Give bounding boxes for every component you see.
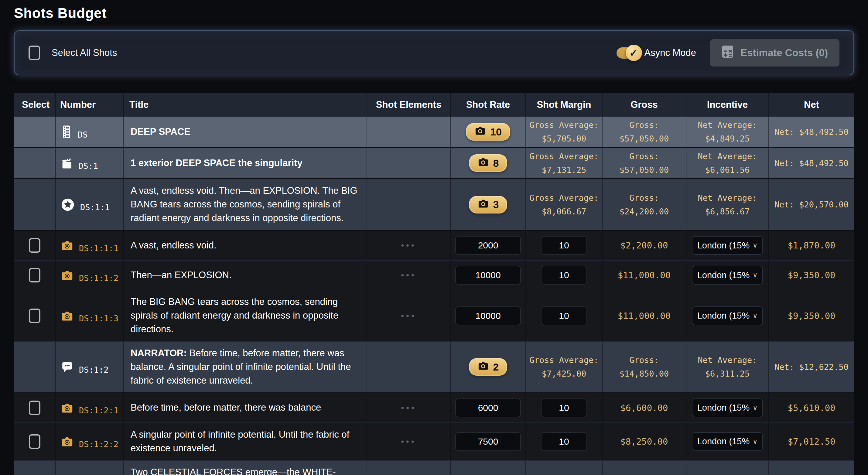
number-cell: DS:1:1:3 — [56, 290, 124, 341]
shot-elements-cell: ••• — [367, 423, 451, 460]
incentive-cell: London (15%∨ — [686, 231, 769, 260]
shot-rate-input[interactable] — [455, 307, 521, 325]
shot-rate-input[interactable] — [455, 236, 521, 255]
shot-margin-input[interactable] — [541, 399, 587, 417]
net-value: Net: $48,492.50 — [771, 159, 851, 168]
chevron-down-icon: ∨ — [752, 404, 757, 412]
row-checkbox[interactable] — [29, 309, 40, 323]
net-average-cell: Net Average:$5,100.00 — [686, 461, 769, 475]
shot-rate-input[interactable] — [455, 266, 521, 285]
row-checkbox[interactable] — [29, 401, 40, 415]
clapperboard-icon — [61, 156, 73, 170]
shot-rate-cell — [451, 393, 526, 422]
select-cell — [14, 261, 56, 290]
shot-rate-cell — [451, 290, 526, 341]
page-title: Shots Budget — [14, 5, 868, 21]
estimate-costs-label: Estimate Costs (0) — [740, 47, 828, 59]
gross-average-cell: Gross Average:$7,131.25 — [526, 148, 602, 178]
net-value: Net: $20,570.00 — [771, 200, 851, 209]
net-average-value: $4,849.25 — [705, 133, 749, 144]
estimate-costs-button[interactable]: Estimate Costs (0) — [710, 39, 839, 66]
shot-elements-cell — [367, 117, 451, 147]
net-value: $5,610.00 — [787, 403, 835, 413]
shot-margin-input[interactable] — [541, 432, 587, 451]
title-cell: The BIG BANG tears across the cosmos, se… — [124, 290, 367, 341]
shot-elements-menu-button[interactable]: ••• — [399, 434, 418, 449]
title-cell: 1 exterior DEEP SPACE the singularity — [124, 148, 367, 178]
select-all-checkbox[interactable] — [29, 45, 40, 60]
shot-rate-cell: 2 — [451, 342, 526, 392]
incentive-select[interactable]: London (15%∨ — [692, 266, 763, 285]
shot-elements-menu-button[interactable]: ••• — [399, 309, 418, 323]
shot-rate-cell: 10 — [451, 117, 526, 147]
shot-rate-cell: 3 — [451, 179, 526, 230]
shot-rate-input[interactable] — [455, 432, 521, 451]
gross-average-label: Gross Average: — [529, 193, 599, 203]
incentive-select[interactable]: London (15%∨ — [692, 432, 763, 451]
incentive-select[interactable]: London (15%∨ — [692, 307, 763, 325]
number-cell: DS:1:1:1 — [56, 231, 124, 260]
column-header-gross: Gross — [602, 93, 686, 117]
gross-average-cell: Gross Average:$8,066.67 — [526, 179, 602, 230]
shot-elements-menu-button[interactable]: ••• — [399, 401, 418, 415]
title-cell: A vast, endless void. Then—an EXPLOSION.… — [124, 179, 367, 230]
gross-value: $2,200.00 — [620, 240, 668, 251]
incentive-value: London (15% — [697, 437, 750, 446]
table-row: DS:11 exterior DEEP SPACE the singularit… — [14, 148, 854, 179]
column-header-incentive: Incentive — [686, 93, 769, 117]
shot-rate-input[interactable] — [455, 399, 521, 417]
table-row: DS:1:1:3The BIG BANG tears across the co… — [14, 290, 854, 342]
camera-icon — [477, 157, 489, 169]
shot-elements-cell — [367, 179, 451, 230]
net-value: Net: $12,622.50 — [771, 362, 851, 372]
incentive-select[interactable]: London (15%∨ — [692, 399, 763, 417]
row-checkbox[interactable] — [29, 268, 40, 282]
shot-title: Then—an EXPLOSION. — [131, 268, 232, 282]
net-cell: $9,350.00 — [769, 261, 854, 290]
shot-number: DS — [78, 130, 88, 139]
gross-average-cell: Gross Average:$7,425.00 — [526, 342, 602, 392]
table-row: DSDEEP SPACE 10Gross Average:$5,705.00Gr… — [14, 117, 854, 148]
shot-elements-menu-button[interactable]: ••• — [399, 238, 418, 253]
shot-rate-cell — [451, 423, 526, 460]
gross-value: $24,200.00 — [620, 206, 669, 217]
shot-number: DS:1:1:2 — [79, 273, 119, 283]
table-row: DS:1:1A vast, endless void. Then—an EXPL… — [14, 179, 854, 231]
gross-value: $11,000.00 — [618, 311, 671, 321]
net-average-label: Net Average: — [698, 151, 757, 162]
table-row: DS:1:3Two CELESTIAL FORCES emerge—the WH… — [14, 461, 854, 475]
gross-value: $57,050.00 — [620, 133, 669, 144]
gross-cell: $6,600.00 — [602, 393, 686, 422]
shot-count-badge: 3 — [469, 196, 507, 214]
select-cell — [14, 461, 56, 475]
incentive-value: London (15% — [697, 403, 750, 413]
net-average-label: Net Average: — [698, 474, 757, 475]
incentive-value: London (15% — [697, 270, 750, 280]
title-cell: A vast, endless void. — [124, 231, 367, 260]
shot-title: A vast, endless void. Then—an EXPLOSION.… — [131, 184, 360, 225]
shot-margin-input[interactable] — [541, 266, 587, 285]
async-mode-toggle[interactable]: ✓ — [617, 48, 640, 59]
gross-value: $6,600.00 — [620, 403, 668, 413]
net-value: $1,870.00 — [787, 240, 835, 251]
shot-count-badge: 2 — [469, 358, 507, 376]
title-cell: Before time, before matter, there was ba… — [124, 393, 367, 422]
row-checkbox[interactable] — [29, 238, 40, 253]
shot-elements-cell: ••• — [367, 290, 451, 341]
gross-average-value: $5,705.00 — [542, 133, 586, 144]
shot-elements-menu-button[interactable]: ••• — [399, 268, 418, 282]
row-checkbox[interactable] — [29, 434, 40, 449]
shot-margin-input[interactable] — [541, 307, 587, 325]
net-average-label: Net Average: — [698, 120, 757, 130]
incentive-select[interactable]: London (15%∨ — [692, 236, 763, 255]
shot-title: DEEP SPACE — [131, 125, 190, 139]
shot-title: Before time, before matter, there was ba… — [131, 401, 321, 415]
shot-margin-input[interactable] — [541, 236, 587, 255]
shot-margin-cell — [526, 231, 602, 260]
number-cell: DS:1:2:1 — [56, 393, 124, 422]
gross-cell: Gross:$24,200.00 — [602, 179, 686, 230]
camera-icon — [61, 436, 73, 448]
calculator-icon — [722, 45, 734, 61]
gross-average-label: Gross Average: — [529, 474, 599, 475]
gross-cell: Gross:$57,050.00 — [602, 148, 686, 178]
